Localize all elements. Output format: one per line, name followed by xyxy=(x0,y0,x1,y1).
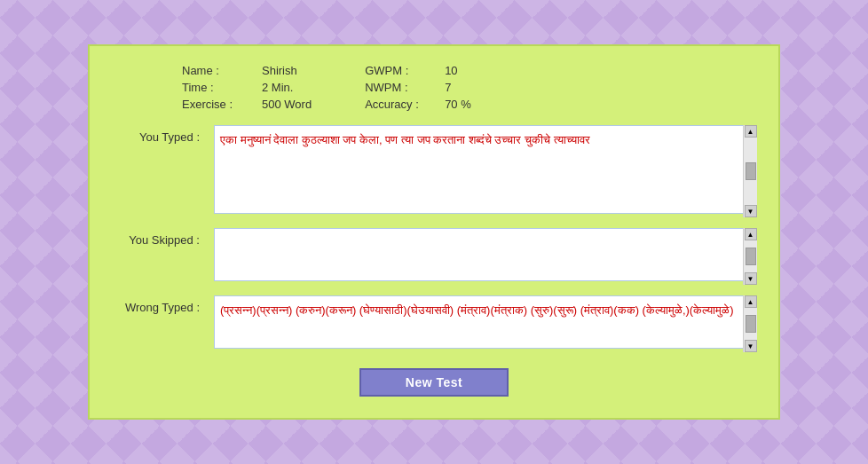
scroll-thumb-wrong[interactable] xyxy=(746,315,756,333)
name-value: Shirish xyxy=(262,64,297,77)
button-row: New Test xyxy=(111,368,757,397)
accuracy-value: 70 % xyxy=(445,98,471,111)
stat-accuracy-row: Accuracy : 70 % xyxy=(365,98,471,111)
new-test-button[interactable]: New Test xyxy=(359,368,509,397)
stats-right: GWPM : 10 NWPM : 7 Accuracy : 70 % xyxy=(365,64,471,111)
accuracy-label: Accuracy : xyxy=(365,98,436,111)
scroll-thumb-skip[interactable] xyxy=(746,248,756,265)
stat-name-row: Name : Shirish xyxy=(182,64,312,77)
scroll-up-arrow-wrong[interactable]: ▲ xyxy=(745,295,757,308)
wrong-typed-label: Wrong Typed : xyxy=(111,295,200,314)
stats-left: Name : Shirish Time : 2 Min. Exercise : … xyxy=(182,64,312,111)
scroll-up-arrow[interactable]: ▲ xyxy=(745,125,757,138)
nwpm-value: 7 xyxy=(445,81,451,94)
wrong-typed-textarea[interactable] xyxy=(214,295,757,349)
time-label: Time : xyxy=(182,81,253,94)
stat-nwpm-row: NWPM : 7 xyxy=(365,81,471,94)
exercise-value: 500 Word xyxy=(262,98,312,111)
you-typed-wrapper: ▲ ▼ xyxy=(214,125,757,217)
content-section: You Typed : ▲ ▼ You Skipped : ▲ ▼ xyxy=(111,125,757,352)
stat-gwpm-row: GWPM : 10 xyxy=(365,64,471,77)
time-value: 2 Min. xyxy=(262,81,293,94)
stat-exercise-row: Exercise : 500 Word xyxy=(182,98,312,111)
you-typed-textarea[interactable] xyxy=(214,125,757,214)
you-skipped-row: You Skipped : ▲ ▼ xyxy=(111,228,757,285)
you-skipped-scrollbar[interactable]: ▲ ▼ xyxy=(743,228,757,285)
you-typed-row: You Typed : ▲ ▼ xyxy=(111,125,757,217)
wrong-typed-wrapper: ▲ ▼ xyxy=(214,295,757,352)
gwpm-label: GWPM : xyxy=(365,64,436,77)
you-skipped-textarea[interactable] xyxy=(214,228,757,281)
you-typed-label: You Typed : xyxy=(111,125,200,144)
scroll-up-arrow-skip[interactable]: ▲ xyxy=(745,228,757,240)
wrong-typed-scrollbar[interactable]: ▲ ▼ xyxy=(743,295,757,352)
scroll-down-arrow[interactable]: ▼ xyxy=(745,205,757,217)
scroll-down-arrow-wrong[interactable]: ▼ xyxy=(745,340,757,352)
you-skipped-label: You Skipped : xyxy=(111,228,200,247)
name-label: Name : xyxy=(182,64,253,77)
you-skipped-wrapper: ▲ ▼ xyxy=(214,228,757,285)
nwpm-label: NWPM : xyxy=(365,81,436,94)
scroll-down-arrow-skip[interactable]: ▼ xyxy=(745,272,757,285)
exercise-label: Exercise : xyxy=(182,98,253,111)
scroll-thumb[interactable] xyxy=(746,162,756,180)
gwpm-value: 10 xyxy=(445,64,457,77)
you-typed-scrollbar[interactable]: ▲ ▼ xyxy=(743,125,757,217)
stats-section: Name : Shirish Time : 2 Min. Exercise : … xyxy=(111,64,757,111)
wrong-typed-row: Wrong Typed : ▲ ▼ xyxy=(111,295,757,352)
main-panel: Name : Shirish Time : 2 Min. Exercise : … xyxy=(88,44,780,420)
stat-time-row: Time : 2 Min. xyxy=(182,81,312,94)
